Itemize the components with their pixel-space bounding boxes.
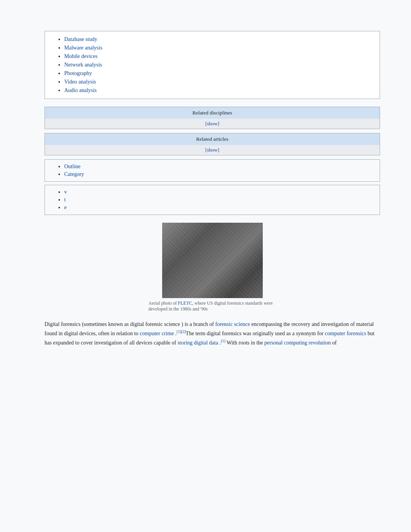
storing-digital-data-link[interactable]: storing digital data <box>178 340 218 346</box>
database-study-link[interactable]: Database study <box>64 36 97 42</box>
list-item: v <box>64 188 372 196</box>
fletc-image <box>162 223 263 298</box>
vte-section: v t e <box>45 185 380 215</box>
list-item: Malware analysis <box>64 44 372 52</box>
list-item: Audio analysis <box>64 86 372 95</box>
nav-links-section: Outline Category <box>45 159 380 182</box>
list-item: Category <box>64 171 372 178</box>
related-disciplines-title: Related disciplines <box>192 110 232 116</box>
list-item: e <box>64 204 372 211</box>
list-item: Network analysis <box>64 61 372 69</box>
malware-analysis-link[interactable]: Malware analysis <box>64 45 102 51</box>
related-articles-show: [show] <box>45 145 380 155</box>
list-item: Mobile devices <box>64 52 372 61</box>
image-caption: Aerial photo of FLETC, where US digital … <box>145 300 280 312</box>
related-disciplines-header: Related disciplines <box>45 107 380 119</box>
nav-links-list: Outline Category <box>53 163 372 178</box>
related-disciplines-box: Related disciplines [show] <box>45 107 380 129</box>
list-item: Video analysis <box>64 78 372 86</box>
page-wrapper: Database study Malware analysis Mobile d… <box>0 31 411 532</box>
list-item: Database study <box>64 35 372 44</box>
related-articles-box: Related articles [show] <box>45 133 380 155</box>
image-section: Aerial photo of FLETC, where US digital … <box>45 223 380 312</box>
e-link[interactable]: e <box>64 205 67 210</box>
related-disciplines-show: [show] <box>45 119 380 129</box>
related-articles-header: Related articles <box>45 133 380 145</box>
main-text-area: Digital forensics (sometimes known as di… <box>45 320 380 347</box>
computer-crime-link[interactable]: computer crime <box>140 331 174 336</box>
intro-text-1: Digital forensics (sometimes known as di… <box>45 321 215 327</box>
intro-text-1e: With roots in the <box>225 340 264 346</box>
intro-paragraph: Digital forensics (sometimes known as di… <box>45 320 380 347</box>
intro-text-1c: The term digital forensics was originall… <box>186 331 325 336</box>
disciplines-list-section: Database study Malware analysis Mobile d… <box>45 31 380 99</box>
related-articles-show-link[interactable]: [show] <box>205 147 219 153</box>
category-link[interactable]: Category <box>64 171 84 177</box>
related-disciplines-section: Related disciplines [show] Related artic… <box>45 107 380 155</box>
personal-computing-revolution-link[interactable]: personal computing revolution <box>264 340 331 346</box>
intro-text-1f: of <box>331 340 337 346</box>
v-link[interactable]: v <box>64 189 67 195</box>
list-item: t <box>64 196 372 204</box>
video-analysis-link[interactable]: Video analysis <box>64 79 96 85</box>
fletc-link[interactable]: FLETC <box>178 300 192 306</box>
mobile-devices-link[interactable]: Mobile devices <box>64 53 98 59</box>
list-item: Photography <box>64 69 372 78</box>
network-analysis-link[interactable]: Network analysis <box>64 62 102 68</box>
related-disciplines-show-link[interactable]: [show] <box>205 121 219 126</box>
list-item: Outline <box>64 163 372 171</box>
computer-forensics-link[interactable]: computer forensics <box>325 331 366 336</box>
t-link[interactable]: t <box>64 197 66 203</box>
ref-1-2: [1][2] <box>176 329 185 334</box>
ref-1: [1] <box>221 339 226 343</box>
audio-analysis-link[interactable]: Audio analysis <box>64 87 97 93</box>
photography-link[interactable]: Photography <box>64 70 92 76</box>
forensic-science-link[interactable]: forensic science <box>215 321 250 327</box>
outline-link[interactable]: Outline <box>64 164 80 169</box>
related-articles-title: Related articles <box>196 136 229 142</box>
disciplines-list: Database study Malware analysis Mobile d… <box>53 35 372 95</box>
vte-list: v t e <box>53 188 372 211</box>
caption-before: Aerial photo of <box>149 300 178 306</box>
